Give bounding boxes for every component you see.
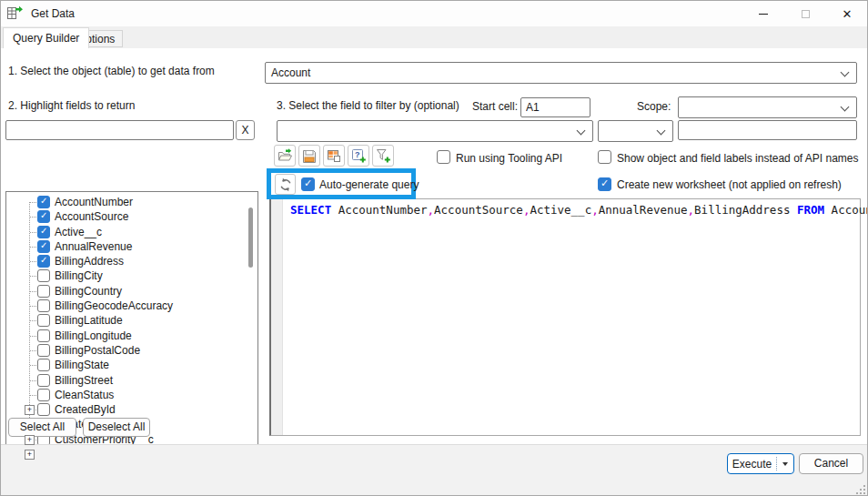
field-row[interactable]: CleanStatus	[6, 388, 257, 402]
field-checkbox[interactable]	[37, 226, 50, 238]
field-checkbox[interactable]	[37, 240, 50, 253]
expand-plus-icon[interactable]: +	[25, 435, 35, 445]
field-label: BillingGeocodeAccuracy	[55, 299, 173, 312]
object-dropdown[interactable]: Account	[265, 62, 857, 84]
field-checkbox[interactable]	[37, 210, 50, 223]
object-section-label: 1. Select the object (table) to get data…	[8, 65, 215, 77]
expand-plus-icon[interactable]: +	[25, 405, 35, 415]
list-scrollbar[interactable]	[248, 208, 253, 268]
field-checkbox[interactable]	[37, 269, 50, 282]
add-filter-button[interactable]	[372, 145, 394, 167]
field-checkbox[interactable]	[37, 285, 50, 298]
select-all-button[interactable]: Select All	[8, 418, 76, 437]
tree-connector	[30, 232, 36, 233]
create-worksheet-label: Create new worksheet (not applied on ref…	[617, 178, 842, 191]
field-checkbox[interactable]	[37, 329, 50, 342]
start-cell-input[interactable]	[520, 97, 590, 117]
open-query-icon	[278, 148, 292, 163]
scope-dropdown[interactable]	[678, 96, 857, 118]
field-row[interactable]: AccountSource	[6, 209, 257, 224]
field-label: AnnualRevenue	[55, 240, 132, 253]
tab-strip	[1, 26, 867, 48]
field-search-input[interactable]	[5, 120, 234, 140]
field-row[interactable]: +CreatedById	[6, 402, 257, 417]
minimize-icon	[759, 14, 768, 15]
window-title: Get Data	[31, 7, 75, 20]
field-row[interactable]: BillingLatitude	[6, 313, 257, 328]
operator-dropdown[interactable]	[598, 120, 673, 142]
close-button[interactable]: ✕	[826, 1, 868, 26]
close-icon: ✕	[843, 8, 853, 20]
arrow-down-icon	[782, 462, 788, 466]
field-checkbox[interactable]	[37, 255, 50, 268]
field-checkbox[interactable]	[37, 344, 50, 357]
field-checkbox[interactable]	[37, 359, 50, 371]
field-row[interactable]: Active__c	[6, 225, 257, 239]
field-label: BillingLongitude	[55, 329, 132, 342]
save-query-button[interactable]	[298, 145, 320, 167]
get-data-dialog: Get Data ✕ Query Builder Options 1. Sele…	[0, 0, 868, 496]
field-label: AccountSource	[55, 210, 128, 223]
soql-query-line: SELECT AccountNumber,AccountSource,Activ…	[290, 203, 868, 217]
field-checkbox[interactable]	[37, 389, 50, 401]
object-dropdown-value: Account	[271, 66, 310, 79]
field-row[interactable]: BillingGeocodeAccuracy	[6, 299, 257, 313]
field-row[interactable]: BillingCity	[6, 268, 257, 283]
field-row[interactable]: BillingAddress	[6, 254, 257, 268]
cancel-button[interactable]: Cancel	[799, 453, 863, 474]
add-filter-icon	[376, 148, 390, 163]
open-query-button[interactable]	[274, 145, 296, 167]
clear-search-button[interactable]: X	[236, 120, 255, 140]
save-query-icon	[302, 148, 317, 163]
query-editor[interactable]: SELECT AccountNumber,AccountSource,Activ…	[269, 198, 861, 436]
tab-query-builder[interactable]: Query Builder	[3, 27, 89, 48]
field-checkbox[interactable]	[37, 299, 50, 312]
field-row[interactable]: AccountNumber	[6, 195, 257, 209]
field-label: BillingState	[55, 359, 109, 371]
tree-connector	[30, 320, 36, 321]
add-parameter-icon: ?	[351, 148, 366, 163]
field-row[interactable]: BillingState	[6, 358, 257, 372]
field-row[interactable]: BillingLongitude	[6, 329, 257, 343]
criteria-input[interactable]	[678, 120, 857, 140]
export-table-icon	[7, 5, 23, 21]
field-label: BillingLatitude	[55, 314, 123, 327]
field-checkbox[interactable]	[37, 314, 50, 327]
tree-connector	[30, 395, 36, 396]
field-label: BillingPostalCode	[55, 344, 140, 357]
minimize-button[interactable]	[742, 1, 784, 26]
maximize-icon	[802, 10, 810, 18]
refresh-query-button[interactable]	[275, 174, 296, 195]
tree-connector	[30, 350, 36, 351]
maximize-button[interactable]	[784, 1, 826, 26]
insert-table-button[interactable]	[323, 145, 345, 167]
field-checkbox[interactable]	[37, 196, 50, 208]
field-label: BillingStreet	[55, 374, 113, 387]
filter-field-dropdown[interactable]	[277, 120, 593, 142]
execute-button[interactable]: Execute	[727, 453, 794, 474]
deselect-all-button[interactable]: Deselect All	[83, 418, 150, 437]
field-row[interactable]: BillingStreet	[6, 373, 257, 388]
footer-bar: Execute Cancel	[1, 444, 867, 496]
field-row[interactable]: BillingCountry	[6, 284, 257, 299]
auto-generate-label: Auto-generate query	[319, 178, 419, 191]
chevron-down-icon	[657, 127, 666, 136]
execute-label: Execute	[728, 458, 776, 471]
auto-generate-checkbox[interactable]	[301, 177, 315, 191]
execute-dropdown-arrow[interactable]	[777, 462, 793, 466]
field-row[interactable]: BillingPostalCode	[6, 343, 257, 358]
field-checkbox[interactable]	[37, 403, 50, 416]
tree-connector	[30, 365, 36, 366]
field-label: Active__c	[55, 226, 102, 238]
scope-label: Scope:	[637, 100, 671, 113]
chevron-down-icon	[841, 103, 850, 112]
field-row[interactable]: AnnualRevenue	[6, 239, 257, 254]
show-labels-checkbox[interactable]	[598, 150, 611, 164]
create-worksheet-checkbox[interactable]	[598, 177, 611, 191]
tree-connector	[30, 336, 36, 337]
resize-grip-icon[interactable]	[856, 485, 858, 487]
expand-plus-icon[interactable]: +	[25, 450, 35, 460]
add-parameter-button[interactable]: ?	[348, 145, 369, 167]
field-checkbox[interactable]	[37, 374, 50, 387]
run-tooling-checkbox[interactable]	[437, 150, 450, 164]
